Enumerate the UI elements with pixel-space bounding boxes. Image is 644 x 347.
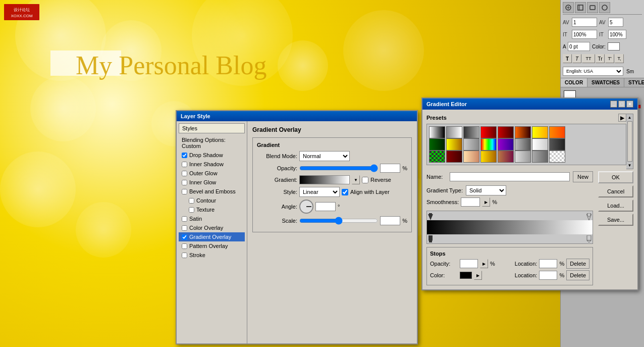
text-bold-btn[interactable]: T — [563, 54, 572, 63]
ge-name-input[interactable]: Custom — [450, 172, 570, 181]
av-input-1[interactable] — [572, 18, 597, 27]
ge-opacity-stop-right[interactable] — [586, 213, 592, 220]
bevel-emboss-check[interactable] — [182, 189, 187, 194]
color-overlay-check[interactable] — [182, 225, 187, 231]
satin-check[interactable] — [182, 216, 187, 222]
bevel-emboss-item[interactable]: Bevel and Emboss — [179, 187, 245, 196]
tool-icon-4[interactable] — [599, 2, 610, 13]
pt-input[interactable] — [568, 42, 590, 51]
scale-slider[interactable] — [299, 219, 378, 223]
tool-icon-3[interactable] — [587, 2, 598, 13]
contour-check[interactable] — [189, 198, 194, 204]
it-input-1[interactable] — [572, 30, 597, 39]
stroke-item[interactable]: Stroke — [179, 251, 245, 260]
language-select[interactable]: English: USA — [563, 67, 623, 76]
blending-options-item[interactable]: Blending Options: Custom — [179, 135, 245, 151]
text-format-3[interactable]: T' — [605, 54, 614, 63]
drop-shadow-check[interactable] — [182, 153, 187, 158]
outer-glow-check[interactable] — [182, 171, 187, 176]
ge-new-button[interactable]: New — [573, 171, 593, 182]
opacity-slider[interactable] — [299, 166, 378, 170]
ge-type-select[interactable]: Solid — [466, 185, 506, 195]
ge-color-stop-right[interactable] — [586, 235, 592, 242]
align-check[interactable] — [342, 189, 348, 195]
blend-mode-select[interactable]: Normal — [299, 151, 350, 161]
text-format-2[interactable]: Tr — [596, 54, 605, 63]
ge-close-btn[interactable]: × — [626, 101, 633, 108]
preset-green[interactable] — [429, 138, 445, 151]
inner-shadow-item[interactable]: Inner Shadow — [179, 160, 245, 169]
ge-color-stop-left[interactable] — [428, 235, 433, 242]
scroll-down-btn[interactable]: ▼ — [627, 162, 633, 169]
text-format-4[interactable]: T, — [615, 54, 624, 63]
preset-checker[interactable] — [549, 151, 565, 163]
styles-header[interactable]: Styles — [179, 123, 245, 133]
reverse-check[interactable] — [362, 177, 368, 183]
preset-gray1[interactable] — [515, 138, 531, 151]
tab-color[interactable]: COLOR — [561, 78, 587, 87]
texture-item[interactable]: Texture — [179, 205, 245, 214]
av-input-2[interactable] — [608, 18, 623, 27]
ge-minimize-btn[interactable]: _ — [610, 101, 617, 108]
tool-icon-2[interactable] — [575, 2, 586, 13]
preset-green-checker[interactable] — [429, 151, 445, 163]
preset-skin[interactable] — [463, 151, 479, 163]
stops-color-location[interactable] — [539, 271, 557, 280]
presets-expand-btn[interactable]: ▶ — [618, 114, 626, 122]
ge-smooth-input[interactable]: 100 — [461, 197, 480, 207]
stroke-check[interactable] — [182, 253, 187, 258]
pattern-overlay-check[interactable] — [182, 243, 187, 249]
contour-item[interactable]: Contour — [179, 196, 245, 205]
preset-gold[interactable] — [446, 138, 462, 151]
stops-opacity-location[interactable] — [539, 259, 557, 268]
it-input-2[interactable] — [608, 30, 626, 39]
preset-silver2[interactable] — [515, 151, 531, 163]
preset-copper[interactable] — [498, 151, 514, 163]
presets-scrollbar[interactable]: ▲ ▼ — [626, 114, 633, 169]
preset-red-1[interactable] — [480, 126, 497, 138]
texture-check[interactable] — [189, 207, 194, 213]
stops-color-arrow[interactable]: ▶ — [474, 271, 482, 280]
stops-color-swatch[interactable] — [460, 272, 472, 279]
preset-orange-yellow[interactable] — [549, 126, 565, 138]
tab-swatches[interactable]: SWATCHES — [587, 78, 624, 87]
preset-silver[interactable] — [463, 138, 479, 151]
scroll-up-btn[interactable]: ▲ — [627, 114, 633, 121]
ge-smooth-arrow[interactable]: ▶ — [482, 197, 490, 207]
ge-gradient-bar-main[interactable] — [427, 220, 593, 234]
ge-cancel-button[interactable]: Cancel — [598, 185, 633, 197]
tab-styles[interactable]: STYLES — [624, 78, 644, 87]
preset-red-2[interactable] — [498, 126, 514, 138]
style-select[interactable]: Linear — [299, 187, 340, 197]
satin-item[interactable]: Satin — [179, 214, 245, 223]
tool-icon-1[interactable] — [563, 2, 574, 13]
gradient-overlay-item[interactable]: Gradient Overlay — [179, 232, 245, 241]
inner-shadow-check[interactable] — [182, 162, 187, 167]
ge-save-button[interactable]: Save... — [598, 214, 633, 226]
angle-control[interactable] — [299, 200, 313, 214]
preset-yellow[interactable] — [532, 126, 548, 138]
opacity-input[interactable]: 100 — [380, 164, 400, 173]
scale-input[interactable]: 100 — [380, 216, 400, 225]
preset-gray2[interactable] — [532, 151, 548, 163]
ge-ok-button[interactable]: OK — [598, 171, 633, 183]
gradient-preview[interactable] — [299, 175, 350, 184]
color-overlay-item[interactable]: Color Overlay — [179, 223, 245, 232]
pattern-overlay-item[interactable]: Pattern Overlay — [179, 241, 245, 251]
preset-rainbow[interactable] — [480, 138, 497, 151]
stops-opacity-arrow[interactable]: ▶ — [480, 259, 488, 268]
ge-opacity-stop-left[interactable] — [428, 213, 433, 220]
gradient-dropdown-btn[interactable]: ▼ — [352, 175, 360, 184]
text-format-1[interactable]: TT — [582, 54, 595, 63]
drop-shadow-item[interactable]: Drop Shadow — [179, 151, 245, 160]
preset-white-gray[interactable] — [532, 138, 548, 151]
preset-orange[interactable] — [515, 126, 531, 138]
ge-load-button[interactable]: Load... — [598, 200, 633, 212]
inner-glow-check[interactable] — [182, 180, 187, 185]
inner-glow-item[interactable]: Inner Glow — [179, 178, 245, 187]
ge-color-stop-bar[interactable] — [427, 234, 593, 243]
stops-opacity-delete[interactable]: Delete — [566, 259, 589, 269]
scroll-thumb[interactable] — [627, 121, 632, 162]
preset-white-black[interactable] — [429, 126, 445, 138]
preset-transparent-white[interactable] — [446, 126, 462, 138]
